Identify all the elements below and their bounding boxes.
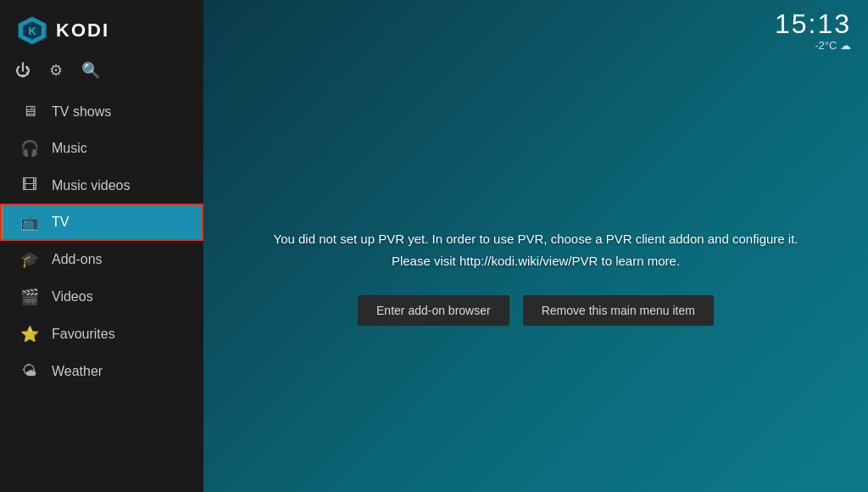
sidebar-item-music-videos[interactable]: 🎞 Music videos <box>0 167 203 204</box>
enter-addon-browser-button[interactable]: Enter add-on browser <box>358 295 509 326</box>
sidebar-item-label: Music <box>52 141 87 156</box>
sidebar-item-label: Music videos <box>52 178 130 193</box>
remove-menu-item-button[interactable]: Remove this main menu item <box>523 295 714 326</box>
sidebar-item-tv-shows[interactable]: 🖥 TV shows <box>0 93 203 130</box>
kodi-logo-icon: K <box>17 15 47 46</box>
top-bar: 15:13 -2°C ☁ <box>203 0 868 62</box>
sidebar-item-music[interactable]: 🎧 Music <box>0 130 203 167</box>
sidebar-item-weather[interactable]: 🌤 Weather <box>0 353 203 389</box>
pvr-message: You did not set up PVR yet. In order to … <box>274 228 798 271</box>
sidebar: K KODI ⏻ ⚙ 🔍 🖥 TV shows 🎧 Music 🎞 Music … <box>0 0 203 492</box>
sidebar-item-label: Weather <box>52 364 103 379</box>
app-title: KODI <box>56 20 109 42</box>
sidebar-item-label: Favourites <box>52 327 115 342</box>
add-ons-icon: 🎓 <box>19 250 40 269</box>
nav-items: 🖥 TV shows 🎧 Music 🎞 Music videos 📺 TV 🎓… <box>0 93 203 492</box>
clock-weather: 15:13 -2°C ☁ <box>775 10 851 52</box>
sidebar-item-favourites[interactable]: ⭐ Favourites <box>0 316 203 353</box>
tv-shows-icon: 🖥 <box>19 103 40 120</box>
sidebar-item-label: Add-ons <box>52 252 103 267</box>
search-icon[interactable]: 🔍 <box>81 61 100 80</box>
music-videos-icon: 🎞 <box>19 176 40 194</box>
power-icon[interactable]: ⏻ <box>15 62 31 80</box>
sidebar-item-label: TV <box>52 215 69 230</box>
sidebar-item-tv[interactable]: 📺 TV <box>0 204 203 241</box>
sidebar-item-label: Videos <box>52 289 93 305</box>
main-content: 15:13 -2°C ☁ You did not set up PVR yet.… <box>203 0 868 492</box>
svg-text:K: K <box>28 25 36 37</box>
top-icons-bar: ⏻ ⚙ 🔍 <box>0 54 203 93</box>
tv-icon: 📺 <box>19 213 40 232</box>
weather-icon: 🌤 <box>19 362 40 380</box>
clock-display: 15:13 <box>775 10 851 37</box>
pvr-content-area: You did not set up PVR yet. In order to … <box>203 62 868 492</box>
sidebar-item-add-ons[interactable]: 🎓 Add-ons <box>0 241 203 278</box>
videos-icon: 🎬 <box>19 288 40 306</box>
sidebar-item-label: TV shows <box>52 104 111 120</box>
sidebar-item-videos[interactable]: 🎬 Videos <box>0 278 203 316</box>
settings-icon[interactable]: ⚙ <box>49 61 63 80</box>
music-icon: 🎧 <box>19 139 40 158</box>
logo-area: K KODI <box>0 0 203 54</box>
weather-display: -2°C ☁ <box>815 39 851 52</box>
favourites-icon: ⭐ <box>19 325 40 344</box>
pvr-buttons: Enter add-on browser Remove this main me… <box>358 295 714 326</box>
